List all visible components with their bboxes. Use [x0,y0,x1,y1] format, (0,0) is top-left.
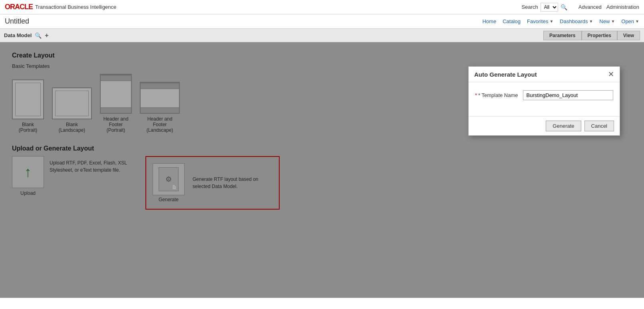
new-arrow-icon: ▼ [611,19,615,24]
toolbar-tabs: Parameters Properties View [543,31,640,40]
administration-link[interactable]: Administration [606,4,639,10]
data-model-label: Data Model [4,32,32,38]
advanced-link[interactable]: Advanced [578,4,602,10]
template-name-label: ** Template Name [475,92,518,98]
auto-generate-layout-dialog: Auto Generate Layout ✕ ** Template Name … [468,66,620,136]
modal-overlay: Auto Generate Layout ✕ ** Template Name … [0,42,644,298]
search-icon-button[interactable]: 🔍 [561,4,567,10]
search-area: Search All 🔍 [522,3,567,12]
app-subtitle: Transactional Business Intelligence [35,4,116,10]
toolbar-add-button[interactable]: + [45,32,48,39]
search-label: Search [522,4,538,10]
navigation-bar: Untitled Home Catalog Favorites ▼ Dashbo… [0,14,644,29]
modal-footer: Generate Cancel [469,116,620,135]
nav-catalog[interactable]: Catalog [503,18,521,24]
modal-close-button[interactable]: ✕ [608,71,614,78]
nav-open-label: Open [621,18,634,24]
page-title: Untitled [5,17,29,26]
nav-catalog-label: Catalog [503,18,521,24]
nav-favorites[interactable]: Favorites ▼ [527,18,553,24]
nav-home-label: Home [482,18,496,24]
nav-new-label: New [599,18,610,24]
modal-titlebar: Auto Generate Layout ✕ [469,67,620,82]
toolbar-search-button[interactable]: 🔍 [35,32,42,39]
favorites-arrow-icon: ▼ [549,19,553,24]
oracle-logo: ORACLE [5,3,33,11]
open-arrow-icon: ▼ [635,19,639,24]
dashboards-arrow-icon: ▼ [589,19,593,24]
generate-button[interactable]: Generate [546,121,581,131]
nav-open[interactable]: Open ▼ [621,18,639,24]
cancel-button[interactable]: Cancel [584,121,614,131]
properties-tab[interactable]: Properties [582,31,617,40]
view-tab[interactable]: View [617,31,640,40]
template-name-input[interactable] [523,90,613,100]
nav-dashboards-label: Dashboards [560,18,588,24]
search-scope-select[interactable]: All [541,3,558,12]
top-bar: ORACLE Transactional Business Intelligen… [0,0,644,14]
modal-title: Auto Generate Layout [474,71,537,78]
parameters-tab[interactable]: Parameters [543,31,581,40]
template-name-field-row: ** Template Name [475,90,613,100]
toolbar: Data Model 🔍 + Parameters Properties Vie… [0,29,644,42]
nav-home[interactable]: Home [482,18,496,24]
nav-dashboards[interactable]: Dashboards ▼ [560,18,593,24]
required-star: * [475,92,477,98]
main-content: Create Layout Basic Templates Blank(Port… [0,42,644,298]
nav-favorites-label: Favorites [527,18,548,24]
nav-new[interactable]: New ▼ [599,18,615,24]
modal-body: ** Template Name [469,82,620,116]
